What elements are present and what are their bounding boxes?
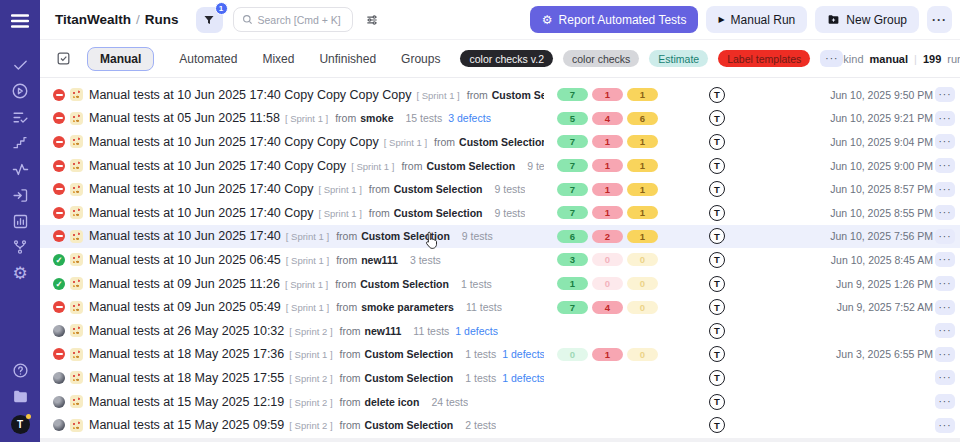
branch-icon[interactable] [0,234,40,260]
run-title[interactable]: Manual tests at 10 Jun 2025 17:40 Copy C… [89,135,379,149]
run-status-icon [53,112,65,124]
run-title-group: Manual tests at 10 Jun 2025 17:40 Copy C… [89,135,544,149]
run-from-label: from [340,348,361,360]
result-pill-green: 0 [557,348,588,361]
table-row[interactable]: Manual tests at 10 Jun 2025 17:40 Copy [… [40,201,960,225]
run-title[interactable]: Manual tests at 26 May 2025 10:32 [89,324,284,338]
table-row[interactable]: Manual tests at 18 May 2025 17:36 [ Spri… [40,343,960,367]
row-more-button[interactable]: ··· [935,229,955,244]
bar-chart-icon[interactable] [0,208,40,234]
run-defects-link[interactable]: 1 defects [502,348,544,360]
breadcrumb-project[interactable]: TitanWealth [55,12,131,27]
run-title[interactable]: Manual tests at 10 Jun 2025 17:40 [89,229,281,243]
run-defects-link[interactable]: 3 defects [448,112,491,124]
new-group-button[interactable]: New Group [815,6,919,33]
row-more-button[interactable]: ··· [935,182,955,197]
steps-icon[interactable] [0,130,40,156]
check-icon[interactable] [0,52,40,78]
run-title[interactable]: Manual tests at 18 May 2025 17:55 [89,371,284,385]
table-row[interactable]: Manual tests at 10 Jun 2025 17:40 Copy [… [40,177,960,201]
tab-mixed[interactable]: Mixed [262,52,294,66]
menu-icon[interactable] [0,8,40,34]
row-more-button[interactable]: ··· [935,134,955,149]
run-title[interactable]: Manual tests at 15 May 2025 09:59 [89,418,284,432]
manual-run-button[interactable]: ▶ Manual Run [706,6,807,33]
run-tests-count: 9 tests [462,230,493,242]
activity-icon[interactable] [0,156,40,182]
row-more-button[interactable]: ··· [935,252,955,267]
row-more-button[interactable]: ··· [935,347,955,362]
table-row[interactable]: Manual tests at 05 Jun 2025 11:58 [ Spri… [40,107,960,131]
table-row[interactable]: Manual tests at 10 Jun 2025 17:40 [ Spri… [40,225,960,249]
run-title-group: Manual tests at 26 May 2025 10:32 [ Spri… [89,324,498,338]
report-automated-tests-button[interactable]: ⚙ Report Automated Tests [530,6,699,33]
table-row[interactable]: Manual tests at 10 Jun 2025 17:40 Copy C… [40,154,960,178]
row-more-button[interactable]: ··· [935,418,955,433]
run-title[interactable]: Manual tests at 10 Jun 2025 17:40 Copy C… [89,159,346,173]
run-from-label: from [340,419,361,431]
run-author-avatar: T [709,110,725,126]
result-pill-green: 1 [557,277,588,290]
row-more-button[interactable]: ··· [935,323,955,338]
tab-automated[interactable]: Automated [179,52,237,66]
run-title[interactable]: Manual tests at 18 May 2025 17:36 [89,347,284,361]
tab-groups[interactable]: Groups [401,52,440,66]
run-title[interactable]: Manual tests at 10 Jun 2025 17:40 Copy [89,206,313,220]
table-row[interactable]: Manual tests at 09 Jun 2025 11:26 [ Spri… [40,272,960,296]
run-from-label: from [336,301,357,313]
filter-button[interactable]: 1 [196,7,223,33]
run-sprint: [ Sprint 1 ] [318,208,361,219]
run-status-icon [53,136,65,148]
run-sprint: [ Sprint 1 ] [285,113,328,124]
tags-more-button[interactable]: ··· [820,50,843,67]
tag-estimate[interactable]: Estimate [649,50,708,67]
table-row[interactable]: Manual tests at 15 May 2025 09:59 [ Spri… [40,413,960,437]
table-row[interactable]: Manual tests at 18 May 2025 17:55 [ Spri… [40,366,960,390]
run-title[interactable]: Manual tests at 09 Jun 2025 05:49 [89,300,281,314]
play-circle-icon[interactable] [0,78,40,104]
run-title[interactable]: Manual tests at 09 Jun 2025 11:26 [89,277,280,291]
user-avatar[interactable]: T [11,415,30,434]
adjustments-icon[interactable] [365,13,379,27]
table-row[interactable]: Manual tests at 10 Jun 2025 06:45 [ Spri… [40,248,960,272]
table-row[interactable]: Manual tests at 26 May 2025 10:32 [ Spri… [40,319,960,343]
run-sprint: [ Sprint 2 ] [289,397,332,408]
list-check-icon[interactable] [0,104,40,130]
header-more-button[interactable]: ··· [927,6,952,33]
run-title[interactable]: Manual tests at 05 Jun 2025 11:58 [89,111,280,125]
table-row[interactable]: Manual tests at 10 Jun 2025 17:40 Copy C… [40,83,960,107]
result-pill-yellow: 1 [627,206,658,219]
run-defects-link[interactable]: 1 defects [502,372,544,384]
run-title[interactable]: Manual tests at 15 May 2025 12:19 [89,395,284,409]
tag-label-templates[interactable]: Label templates [718,50,810,67]
search-input[interactable]: Search [Cmd + K] [233,7,353,32]
row-more-button[interactable]: ··· [935,276,955,291]
row-more-button[interactable]: ··· [935,205,955,220]
run-title[interactable]: Manual tests at 10 Jun 2025 17:40 Copy [89,182,313,196]
row-more-button[interactable]: ··· [935,300,955,315]
table-row[interactable]: Manual tests at 15 May 2025 12:19 [ Spri… [40,390,960,414]
table-row[interactable]: Manual tests at 09 Jun 2025 05:49 [ Spri… [40,295,960,319]
row-more-button[interactable]: ··· [935,394,955,409]
gear-icon[interactable]: ⚙ [0,260,40,286]
row-more-button[interactable]: ··· [935,370,955,385]
select-all-icon[interactable] [56,51,71,66]
row-more-button[interactable]: ··· [935,87,955,102]
row-more-button[interactable]: ··· [935,111,955,126]
tag-color-checks-v2[interactable]: color checks v.2 [460,50,553,67]
table-row[interactable]: Manual tests at 10 Jun 2025 17:40 Copy C… [40,130,960,154]
inbox-in-icon[interactable] [0,182,40,208]
run-tests-count: 11 tests [466,301,502,313]
breadcrumb-page: Runs [145,12,179,27]
environment-emoji-icon [70,301,83,314]
run-defects-link[interactable]: 1 defects [455,325,498,337]
folder-icon[interactable] [0,383,40,409]
run-title[interactable]: Manual tests at 10 Jun 2025 17:40 Copy C… [89,88,411,102]
help-icon[interactable] [0,357,40,383]
run-title[interactable]: Manual tests at 10 Jun 2025 06:45 [89,253,281,267]
row-more-button[interactable]: ··· [935,158,955,173]
tab-unfinished[interactable]: Unfinished [319,52,376,66]
play-icon: ▶ [718,15,724,24]
tag-color-checks[interactable]: color checks [563,50,639,67]
tab-manual[interactable]: Manual [87,47,154,71]
